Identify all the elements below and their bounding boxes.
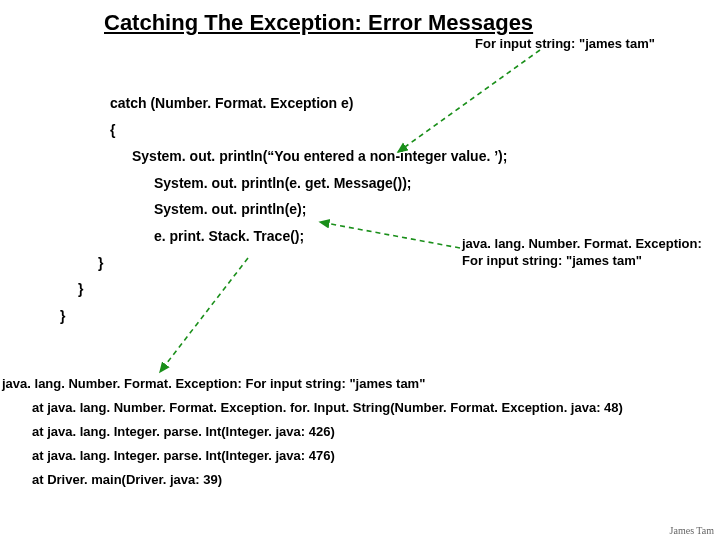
code-line: catch (Number. Format. Exception e) bbox=[110, 90, 507, 117]
top-annotation: For input string: "james tam" bbox=[475, 36, 655, 51]
code-line: e. print. Stack. Trace(); bbox=[110, 223, 507, 250]
trace-line: at java. lang. Number. Format. Exception… bbox=[2, 396, 623, 420]
code-line: System. out. println(e); bbox=[110, 196, 507, 223]
code-block: catch (Number. Format. Exception e) { Sy… bbox=[110, 90, 507, 329]
footer-author: James Tam bbox=[670, 525, 714, 536]
code-line: System. out. println(e. get. Message()); bbox=[110, 170, 507, 197]
trace-line: at java. lang. Integer. parse. Int(Integ… bbox=[2, 420, 623, 444]
code-line: } bbox=[98, 250, 507, 277]
code-line: { bbox=[110, 117, 507, 144]
side-line: java. lang. Number. Format. Exception: bbox=[462, 236, 702, 253]
slide-title: Catching The Exception: Error Messages bbox=[104, 10, 533, 36]
trace-line: at Driver. main(Driver. java: 39) bbox=[2, 468, 623, 492]
code-line: System. out. println(“You entered a non-… bbox=[110, 143, 507, 170]
stack-trace: java. lang. Number. Format. Exception: F… bbox=[2, 372, 623, 492]
code-line: } bbox=[60, 303, 507, 330]
side-annotation: java. lang. Number. Format. Exception: F… bbox=[462, 236, 702, 270]
side-line: For input string: "james tam" bbox=[462, 253, 702, 270]
code-line: } bbox=[78, 276, 507, 303]
trace-line: java. lang. Number. Format. Exception: F… bbox=[2, 372, 623, 396]
trace-line: at java. lang. Integer. parse. Int(Integ… bbox=[2, 444, 623, 468]
